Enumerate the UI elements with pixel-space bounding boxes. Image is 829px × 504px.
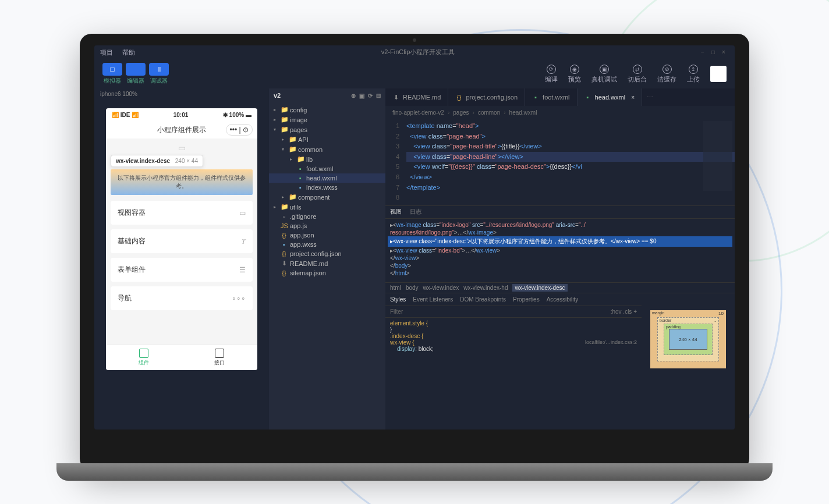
toolbar-label: 调试器 (150, 77, 168, 85)
dom-breadcrumb[interactable]: htmlbodywx-view.indexwx-view.index-hdwx-… (385, 282, 735, 293)
dom-node[interactable]: ▸<wx-view class="index-desc">以下将展示小程序官方组… (388, 236, 732, 247)
breadcrumb-item[interactable]: head.wxml (509, 109, 537, 116)
menu-project[interactable]: 项目 (100, 48, 113, 57)
phone-tab[interactable]: 组件 (106, 345, 182, 370)
list-item[interactable]: 表单组件☰ (111, 258, 253, 282)
page-title: 小程序组件展示 (157, 125, 206, 135)
tree-item[interactable]: ▪head.wxml (269, 173, 385, 183)
tree-item[interactable]: ▸📁config (269, 105, 385, 115)
new-file-icon[interactable]: ⊕ (351, 93, 356, 99)
tree-item[interactable]: ▾📁common (269, 144, 385, 154)
close-tab-icon[interactable]: × (631, 94, 635, 101)
editor-tab[interactable]: ▪foot.wxml (525, 88, 577, 106)
styles-tab[interactable]: Event Listeners (413, 296, 453, 303)
styles-tab[interactable]: Properties (513, 296, 540, 303)
laptop-frame: 项目 帮助 v2-FinClip小程序开发工具 − □ × □模拟器编辑器⫴调试… (80, 34, 749, 470)
tree-item[interactable]: ▸📁component (269, 192, 385, 202)
css-rules[interactable]: element.style {}.index-desc {</span></di… (385, 318, 642, 386)
list-item[interactable]: 导航∘∘∘ (111, 286, 253, 310)
minimap[interactable] (703, 121, 732, 191)
breadcrumb: fino-applet-demo-v2›pages›common›head.wx… (385, 106, 735, 119)
device-info: iphone6 100% (94, 88, 269, 102)
dom-crumb-item[interactable]: html (390, 285, 401, 291)
tree-item[interactable]: JSapp.js (269, 221, 385, 230)
ide-screen: 项目 帮助 v2-FinClip小程序开发工具 − □ × □模拟器编辑器⫴调试… (94, 45, 735, 430)
dom-node[interactable]: </wx-view> (390, 254, 730, 262)
capsule-button[interactable]: ••• | ⊙ (226, 124, 253, 136)
highlighted-element: 以下将展示小程序官方组件能力，组件样式仅供参考。 (111, 169, 253, 195)
toolbar-label: 编辑器 (127, 77, 144, 85)
box-model: margin 10 border - padding 240 × 44 (642, 293, 735, 386)
dom-crumb-item[interactable]: wx-view.index (423, 285, 459, 291)
tree-item[interactable]: {}app.json (269, 230, 385, 240)
tree-item[interactable]: ▾📁pages (269, 125, 385, 134)
dom-crumb-item[interactable]: wx-view.index-hd (463, 285, 508, 291)
menu-help[interactable]: 帮助 (122, 48, 135, 57)
tree-item[interactable]: {}project.config.json (269, 249, 385, 258)
status-right: ✱ 100% ▬ (223, 112, 251, 118)
styles-tab[interactable]: Accessibility (547, 296, 578, 303)
toolbar-label: 模拟器 (104, 77, 121, 85)
tree-item[interactable]: ▪app.wxss (269, 240, 385, 249)
tabs-more-icon[interactable]: ⋯ (642, 88, 658, 106)
styles-hov[interactable]: :hov .cls + (611, 308, 637, 315)
dom-node[interactable]: ▸<wx-image class="index-logo" src="../re… (390, 221, 730, 229)
styles-tab[interactable]: Styles (390, 296, 406, 303)
devtools-tab[interactable]: 日志 (410, 208, 421, 216)
close-icon[interactable]: × (722, 49, 729, 56)
new-folder-icon[interactable]: ▣ (359, 93, 364, 99)
toolbar-btn-1[interactable] (126, 63, 146, 76)
inspect-tooltip: wx-view.index-desc 240 × 44 (111, 155, 203, 167)
action-预览[interactable]: ◉预览 (568, 65, 581, 84)
avatar[interactable] (710, 66, 727, 82)
action-切后台[interactable]: ⇄切后台 (628, 65, 647, 84)
dom-node[interactable]: ▸<wx-view class="index-bd">…</wx-view> (390, 247, 730, 254)
toolbar-btn-2[interactable]: ⫴ (149, 63, 169, 76)
file-tree-panel: v2 ⊕ ▣ ⟳ ⊟ ▸📁config▸📁image▾📁pages▸📁API▾📁… (269, 88, 385, 430)
styles-tab[interactable]: DOM Breakpoints (460, 296, 506, 303)
tree-item[interactable]: ▸📁utils (269, 202, 385, 212)
breadcrumb-item[interactable]: common (478, 109, 500, 116)
tree-item[interactable]: ▫.gitignore (269, 212, 385, 221)
window-title: v2-FinClip小程序开发工具 (381, 47, 455, 58)
code-editor[interactable]: 1<template name="head">2 <view class="pa… (385, 119, 735, 205)
toolbar-btn-0[interactable]: □ (102, 63, 122, 76)
dom-crumb-item[interactable]: wx-view.index-desc (512, 284, 567, 292)
editor-tab[interactable]: {}project.config.json (448, 88, 525, 106)
dom-node[interactable]: </html> (390, 269, 730, 277)
devtools-tab[interactable]: 视图 (390, 208, 402, 216)
toolbar: □模拟器编辑器⫴调试器 ⟳编译◉预览▣真机调试⇄切后台⊘清缓存↥上传 (94, 59, 735, 88)
tree-item[interactable]: ▸📁image (269, 115, 385, 125)
tree-item[interactable]: ▸📁API (269, 134, 385, 144)
tree-root: v2 (274, 92, 281, 99)
simulator-panel: iphone6 100% 📶 IDE 📶 10:01 ✱ 100% ▬ 小程序组… (94, 88, 269, 430)
list-item[interactable]: 基础内容𝑇 (111, 229, 253, 253)
dom-tree[interactable]: ▸<wx-image class="index-logo" src="../re… (385, 219, 735, 282)
collapse-icon[interactable]: ⊟ (376, 93, 381, 99)
action-上传[interactable]: ↥上传 (687, 65, 700, 84)
maximize-icon[interactable]: □ (711, 49, 718, 56)
tree-item[interactable]: ▪index.wxss (269, 183, 385, 192)
action-编译[interactable]: ⟳编译 (545, 65, 558, 84)
tree-item[interactable]: ▸📁lib (269, 154, 385, 164)
styles-filter[interactable]: Filter (390, 308, 403, 315)
tree-item[interactable]: ⬇README.md (269, 258, 385, 268)
minimize-icon[interactable]: − (701, 49, 708, 56)
editor-tab[interactable]: ▪head.wxml× (578, 88, 642, 106)
phone-preview: 📶 IDE 📶 10:01 ✱ 100% ▬ 小程序组件展示 ••• | ⊙ ▭… (106, 108, 257, 370)
breadcrumb-item[interactable]: fino-applet-demo-v2 (392, 109, 444, 116)
breadcrumb-item[interactable]: pages (453, 109, 469, 116)
action-清缓存[interactable]: ⊘清缓存 (657, 65, 676, 84)
status-left: 📶 IDE 📶 (112, 112, 139, 118)
dom-node[interactable]: </body> (390, 262, 730, 269)
editor-tab[interactable]: ⬇README.md (385, 88, 448, 106)
status-time: 10:01 (173, 112, 189, 118)
tree-item[interactable]: {}sitemap.json (269, 268, 385, 278)
tree-item[interactable]: ▪foot.wxml (269, 164, 385, 173)
dom-crumb-item[interactable]: body (406, 285, 419, 291)
list-item[interactable]: 视图容器▭ (111, 201, 253, 225)
dom-node[interactable]: resources/kind/logo.png">…</wx-image> (390, 229, 730, 236)
action-真机调试[interactable]: ▣真机调试 (591, 65, 617, 84)
phone-tab[interactable]: 接口 (182, 345, 257, 370)
refresh-icon[interactable]: ⟳ (368, 93, 373, 99)
